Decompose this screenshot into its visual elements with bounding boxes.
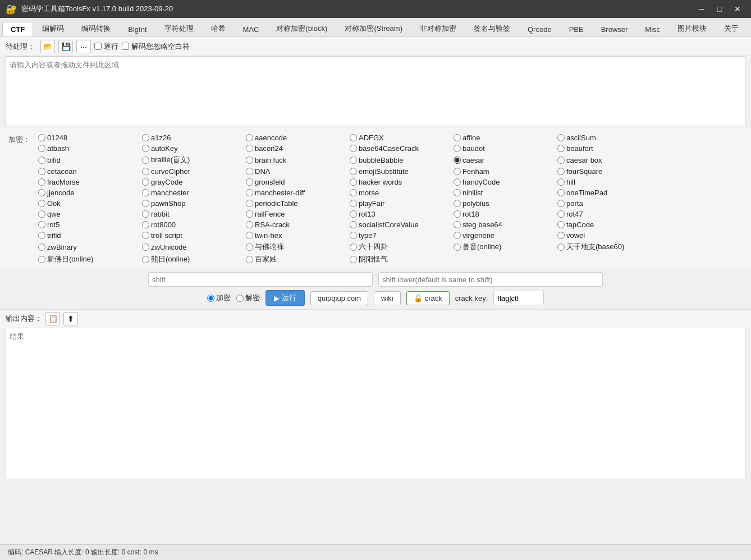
cipher-item[interactable]: emojiSubstitute xyxy=(347,166,451,177)
cipher-radio[interactable] xyxy=(38,134,45,141)
cipher-radio[interactable] xyxy=(142,134,149,141)
cipher-radio[interactable] xyxy=(38,256,45,263)
cipher-radio[interactable] xyxy=(557,178,565,186)
cipher-item[interactable]: porta xyxy=(555,198,659,209)
cipher-radio[interactable] xyxy=(557,157,565,164)
cipher-item[interactable]: rot5 xyxy=(36,219,140,230)
cipher-item[interactable]: 01248 xyxy=(36,132,140,143)
tab-tupian[interactable]: 图片模块 xyxy=(669,20,715,36)
cipher-item[interactable]: DNA xyxy=(244,166,347,177)
run-button[interactable]: ▶ 运行 xyxy=(265,290,305,306)
crack-key-input[interactable] xyxy=(493,291,544,305)
upload-button[interactable]: 📂 xyxy=(40,40,55,53)
radio-decrypt[interactable] xyxy=(236,295,244,302)
cipher-radio[interactable] xyxy=(454,145,461,152)
cipher-radio[interactable] xyxy=(142,157,149,164)
cipher-item[interactable]: jjencode xyxy=(36,187,140,198)
cipher-item[interactable]: morse xyxy=(347,187,451,198)
cipher-radio[interactable] xyxy=(557,221,565,228)
tab-browser[interactable]: Browser xyxy=(593,22,636,36)
cipher-radio[interactable] xyxy=(350,168,357,175)
cipher-item[interactable]: pawnShop xyxy=(140,198,244,209)
cipher-radio[interactable] xyxy=(350,221,357,228)
cipher-item[interactable]: trifid xyxy=(36,230,140,241)
cipher-radio[interactable] xyxy=(454,178,461,186)
cipher-radio[interactable] xyxy=(38,232,45,239)
cipher-radio[interactable] xyxy=(142,189,149,196)
cipher-radio[interactable] xyxy=(38,189,45,196)
cipher-item[interactable]: 熊日(online) xyxy=(140,253,244,265)
tab-mac[interactable]: MAC xyxy=(235,22,268,36)
shift-input[interactable] xyxy=(148,272,373,287)
cipher-radio[interactable] xyxy=(557,232,565,239)
cipher-radio[interactable] xyxy=(142,178,149,186)
cipher-item[interactable]: 天干地支(base60) xyxy=(555,241,659,253)
cipher-radio[interactable] xyxy=(246,256,253,263)
cipher-item[interactable]: bubbleBabble xyxy=(347,154,451,166)
cipher-radio[interactable] xyxy=(38,244,45,251)
cipher-radio[interactable] xyxy=(246,157,253,164)
wiki-button[interactable]: wiki xyxy=(374,291,401,305)
cipher-radio[interactable] xyxy=(350,200,357,207)
cipher-radio[interactable] xyxy=(38,221,45,228)
radio-encrypt[interactable] xyxy=(207,295,214,302)
cipher-item[interactable]: autoKey xyxy=(140,143,244,154)
cipher-item[interactable]: oneTimePad xyxy=(555,187,659,198)
tab-feiduicheng[interactable]: 非对称加密 xyxy=(411,20,465,36)
check-decode-label[interactable]: 解码您忽略空白符 xyxy=(122,42,190,52)
cipher-radio[interactable] xyxy=(350,189,357,196)
check-decode[interactable] xyxy=(122,43,129,50)
cipher-item[interactable]: type7 xyxy=(347,230,451,241)
cipher-item[interactable]: nihilist xyxy=(451,187,555,198)
cipher-radio[interactable] xyxy=(454,134,461,141)
cipher-radio[interactable] xyxy=(350,244,357,251)
tab-pbe[interactable]: PBE xyxy=(561,22,592,36)
cipher-item[interactable]: aaencode xyxy=(244,132,347,143)
cipher-item[interactable]: bifid xyxy=(36,154,140,166)
cipher-radio[interactable] xyxy=(38,145,45,152)
cipher-radio[interactable] xyxy=(454,244,461,251)
cipher-item[interactable]: fracMorse xyxy=(36,177,140,187)
cipher-item[interactable]: asciiSum xyxy=(555,132,659,143)
cipher-item[interactable]: braille(盲文) xyxy=(140,154,244,166)
cipher-item[interactable]: manchester-diff xyxy=(244,187,347,198)
minimize-button[interactable]: ─ xyxy=(694,3,709,15)
tab-zifu[interactable]: 字符处理 xyxy=(156,20,202,36)
cipher-radio[interactable] xyxy=(38,157,45,164)
cipher-item[interactable]: 六十四卦 xyxy=(347,241,451,253)
tab-duicheng-block[interactable]: 对称加密(block) xyxy=(268,20,336,36)
cipher-item[interactable]: handyCode xyxy=(451,177,555,187)
close-button[interactable]: ✕ xyxy=(730,3,745,15)
cipher-radio[interactable] xyxy=(246,178,253,186)
cipher-radio[interactable] xyxy=(246,200,253,207)
cipher-radio[interactable] xyxy=(454,157,461,164)
cipher-radio[interactable] xyxy=(557,134,565,141)
cipher-item[interactable]: playFair xyxy=(347,198,451,209)
cipher-item[interactable]: 阴阳怪气 xyxy=(347,253,451,265)
cipher-radio[interactable] xyxy=(557,244,565,251)
cipher-radio[interactable] xyxy=(557,168,565,175)
cipher-item[interactable]: socialistCoreValue xyxy=(347,219,451,230)
maximize-button[interactable]: □ xyxy=(712,3,727,15)
cipher-item[interactable]: periodicTable xyxy=(244,198,347,209)
cipher-radio[interactable] xyxy=(350,232,357,239)
cipher-item[interactable]: virgenene xyxy=(451,230,555,241)
copy-output-button[interactable]: 📋 xyxy=(45,312,60,325)
upload-output-button[interactable]: ⬆ xyxy=(63,312,78,325)
cipher-item[interactable]: zwUnicode xyxy=(140,241,244,253)
cipher-item[interactable]: steg base64 xyxy=(451,219,555,230)
cipher-radio[interactable] xyxy=(350,157,357,164)
cipher-radio[interactable] xyxy=(142,232,149,239)
cipher-item[interactable]: tapCode xyxy=(555,219,659,230)
cipher-radio[interactable] xyxy=(38,168,45,175)
tab-guanyu[interactable]: 关于 xyxy=(716,20,747,36)
cipher-item[interactable]: rot8000 xyxy=(140,219,244,230)
cipher-item[interactable]: caesar xyxy=(451,154,555,166)
cipher-radio[interactable] xyxy=(142,221,149,228)
radio-decrypt-label[interactable]: 解密 xyxy=(236,293,260,303)
cipher-item[interactable]: rabbit xyxy=(140,209,244,219)
cipher-radio[interactable] xyxy=(142,168,149,175)
cipher-item[interactable]: polybius xyxy=(451,198,555,209)
cipher-item[interactable]: brain fuck xyxy=(244,154,347,166)
cipher-radio[interactable] xyxy=(557,145,565,152)
